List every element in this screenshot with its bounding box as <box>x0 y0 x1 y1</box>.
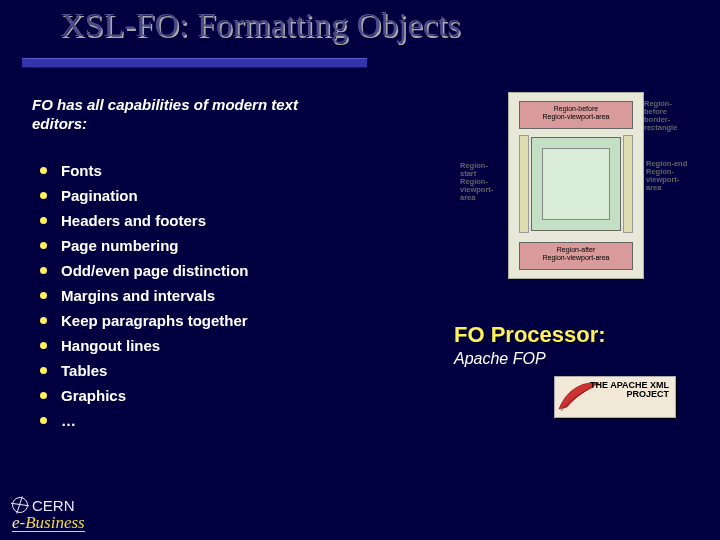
list-item: Tables <box>40 362 360 379</box>
list-item-label: Pagination <box>61 187 138 204</box>
cern-logo-icon <box>12 497 28 513</box>
region-before-label: Region-beforeRegion-viewport-area <box>520 102 632 120</box>
list-item-label: Page numbering <box>61 237 179 254</box>
region-body <box>531 137 621 231</box>
diagram-top-right-annotation: Region-beforeborder-rectangle <box>644 100 690 132</box>
bullet-icon <box>40 292 47 299</box>
region-end <box>623 135 633 233</box>
list-item-label: Hangout lines <box>61 337 160 354</box>
diagram-left-annotation: Region-startRegion-viewport-area <box>460 162 504 201</box>
list-item-label: Tables <box>61 362 107 379</box>
list-item: Pagination <box>40 187 360 204</box>
region-start <box>519 135 529 233</box>
region-after: Region-afterRegion-viewport-area <box>519 242 633 270</box>
region-body-inner <box>542 148 610 220</box>
list-item: Fonts <box>40 162 360 179</box>
bullet-icon <box>40 392 47 399</box>
bullet-icon <box>40 317 47 324</box>
intro-text: FO has all capabilities of modern text e… <box>32 96 332 134</box>
bullet-icon <box>40 217 47 224</box>
diagram-right-annotation: Region-endRegion-viewport-area <box>646 160 690 192</box>
list-item: Odd/even page distinction <box>40 262 360 279</box>
fo-processor-sub: Apache FOP <box>454 350 684 368</box>
list-item: … <box>40 412 360 429</box>
list-item-label: Headers and footers <box>61 212 206 229</box>
bullet-icon <box>40 367 47 374</box>
title-underline <box>22 58 367 68</box>
cern-label: CERN <box>32 498 75 513</box>
list-item: Keep paragraphs together <box>40 312 360 329</box>
list-item: Graphics <box>40 387 360 404</box>
page-region-diagram: Region-startRegion-viewport-area Region-… <box>460 92 690 277</box>
list-item-label: Margins and intervals <box>61 287 215 304</box>
region-before: Region-beforeRegion-viewport-area <box>519 101 633 129</box>
list-item: Page numbering <box>40 237 360 254</box>
ebusiness-label: e-Business <box>12 514 85 532</box>
bullet-icon <box>40 267 47 274</box>
apache-xml-logo: THE APACHE XMLPROJECT <box>554 376 676 418</box>
list-item: Hangout lines <box>40 337 360 354</box>
list-item: Margins and intervals <box>40 287 360 304</box>
bullet-icon <box>40 192 47 199</box>
diagram-page-box: Region-beforeRegion-viewport-area Region… <box>508 92 644 279</box>
list-item: Headers and footers <box>40 212 360 229</box>
bullet-icon <box>40 242 47 249</box>
list-item-label: Keep paragraphs together <box>61 312 248 329</box>
bullet-icon <box>40 417 47 424</box>
bullet-icon <box>40 342 47 349</box>
slide-footer: CERN e-Business <box>12 497 85 532</box>
bullet-icon <box>40 167 47 174</box>
list-item-label: Fonts <box>61 162 102 179</box>
apache-logo-text: THE APACHE XMLPROJECT <box>590 381 669 400</box>
list-item-label: Graphics <box>61 387 126 404</box>
bullet-list: FontsPaginationHeaders and footersPage n… <box>40 162 360 437</box>
fo-processor-heading: FO Processor: <box>454 322 684 348</box>
region-after-label: Region-afterRegion-viewport-area <box>520 243 632 261</box>
list-item-label: … <box>61 412 76 429</box>
slide-title: XSL-FO: Formatting Objects <box>60 6 460 44</box>
list-item-label: Odd/even page distinction <box>61 262 249 279</box>
